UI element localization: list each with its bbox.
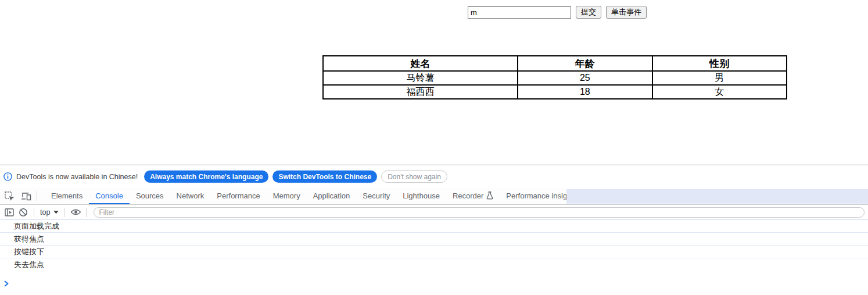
devtools-infobar: DevTools is now available in Chinese! Al… xyxy=(0,165,868,188)
table-header-cell: 年龄 xyxy=(518,56,652,71)
tab-recorder[interactable]: Recorder xyxy=(446,188,500,204)
device-toolbar-icon[interactable] xyxy=(19,189,34,203)
table-header-row: 姓名 年龄 性别 xyxy=(323,56,787,71)
table-cell: 18 xyxy=(518,85,652,99)
table-cell: 25 xyxy=(518,71,652,85)
web-page: 提交 单击事件 姓名 年龄 性别 马铃薯 25 男 福西西 18 女 xyxy=(0,0,868,165)
console-prompt-chevron-icon xyxy=(4,280,9,287)
tab-recorder-label: Recorder xyxy=(453,191,483,200)
browser-window: 提交 单击事件 姓名 年龄 性别 马铃薯 25 男 福西西 18 女 xyxy=(0,0,868,295)
console-sidebar-icon[interactable] xyxy=(2,206,16,219)
console-message: 按键按下 xyxy=(0,246,868,258)
infobar-message: DevTools is now available in Chinese! xyxy=(16,173,138,181)
toolbar-separator xyxy=(86,208,87,217)
inspect-element-icon[interactable] xyxy=(2,189,17,203)
tab-sources[interactable]: Sources xyxy=(130,188,170,204)
console-filter-input[interactable] xyxy=(94,207,865,218)
toolbar-separator xyxy=(64,208,65,217)
console-message: 失去焦点 xyxy=(0,258,868,271)
console-message: 获得焦点 xyxy=(0,233,868,246)
toolbar-separator xyxy=(34,208,34,217)
click-event-button[interactable]: 单击事件 xyxy=(606,6,647,19)
tab-security[interactable]: Security xyxy=(356,188,396,204)
tabbar-empty-highlight xyxy=(566,189,868,204)
tab-network[interactable]: Network xyxy=(170,188,211,204)
info-icon xyxy=(3,172,12,181)
console-toolbar: top xyxy=(0,205,868,220)
table-cell: 男 xyxy=(652,71,787,85)
table-cell: 女 xyxy=(652,85,787,99)
tab-elements[interactable]: Elements xyxy=(45,188,89,204)
dont-show-again-button[interactable]: Don't show again xyxy=(381,170,447,183)
table-header-cell: 姓名 xyxy=(323,56,518,71)
match-language-button[interactable]: Always match Chrome's language xyxy=(144,170,268,183)
devtools-tabbar: Elements Console Sources Network Perform… xyxy=(0,188,868,205)
devtools-tabs: Elements Console Sources Network Perform… xyxy=(45,188,593,204)
console-prompt[interactable] xyxy=(0,276,868,290)
chevron-down-icon xyxy=(53,211,59,214)
table-row: 马铃薯 25 男 xyxy=(323,71,787,85)
clear-console-icon[interactable] xyxy=(16,206,30,219)
console-message: 页面加载完成 xyxy=(0,220,868,233)
tab-memory[interactable]: Memory xyxy=(267,188,307,204)
devtools-panel: DevTools is now available in Chinese! Al… xyxy=(0,165,868,295)
tab-lighthouse[interactable]: Lighthouse xyxy=(396,188,446,204)
switch-devtools-language-button[interactable]: Switch DevTools to Chinese xyxy=(272,170,377,183)
toolbar-separator xyxy=(37,191,37,201)
table-cell: 马铃薯 xyxy=(323,71,518,85)
table-header-cell: 性别 xyxy=(652,56,787,71)
experiment-flask-icon xyxy=(486,191,493,200)
tab-console[interactable]: Console xyxy=(89,188,130,204)
execution-context-label: top xyxy=(40,208,50,216)
live-expression-eye-icon[interactable] xyxy=(69,206,83,219)
submit-button[interactable]: 提交 xyxy=(576,6,601,19)
tab-performance[interactable]: Performance xyxy=(210,188,266,204)
table-cell: 福西西 xyxy=(323,85,518,99)
table-row: 福西西 18 女 xyxy=(323,85,787,99)
tab-application[interactable]: Application xyxy=(307,188,357,204)
execution-context-selector[interactable]: top xyxy=(38,208,61,216)
data-table: 姓名 年龄 性别 马铃薯 25 男 福西西 18 女 xyxy=(322,55,787,99)
form-controls: 提交 单击事件 xyxy=(468,6,647,19)
console-message-list: 页面加载完成 获得焦点 按键按下 失去焦点 xyxy=(0,220,868,290)
text-input[interactable] xyxy=(468,6,571,19)
